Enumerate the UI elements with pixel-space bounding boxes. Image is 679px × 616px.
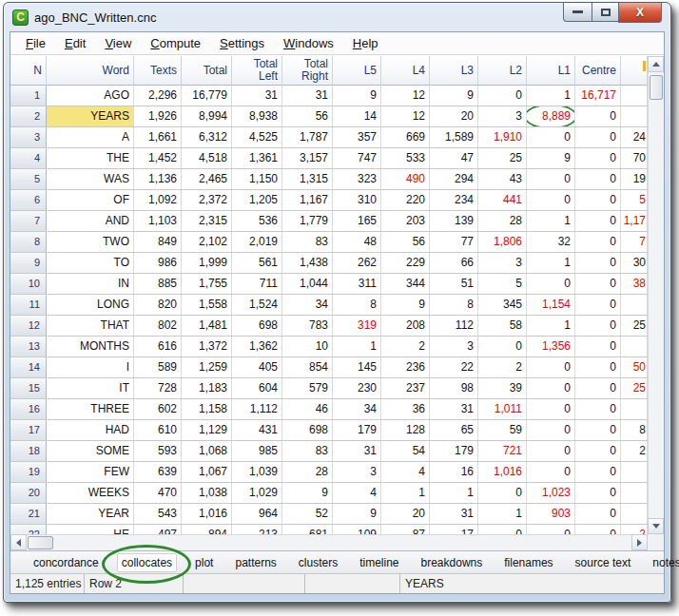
maximize-button[interactable] xyxy=(592,3,618,22)
cell-word[interactable]: OF xyxy=(47,190,134,210)
cell-l5[interactable]: 9 xyxy=(333,504,381,524)
cell-texts[interactable]: 728 xyxy=(134,378,182,398)
cell-word[interactable]: IN xyxy=(47,274,134,294)
minimize-button[interactable] xyxy=(563,3,592,22)
cell-l1[interactable]: 1 xyxy=(527,253,575,273)
column-header-r1[interactable] xyxy=(621,56,648,86)
cell-l4[interactable]: 208 xyxy=(381,316,430,336)
cell-total-right[interactable]: 1,167 xyxy=(282,190,333,210)
cell-row-number[interactable]: 4 xyxy=(10,148,47,168)
cell-word[interactable]: FEW xyxy=(47,462,134,482)
horizontal-scrollbar[interactable] xyxy=(10,534,648,550)
cell-l2[interactable]: 43 xyxy=(478,169,527,189)
cell-row-number[interactable]: 9 xyxy=(10,253,47,273)
cell-l3[interactable]: 47 xyxy=(430,148,478,168)
cell-texts[interactable]: 1,103 xyxy=(134,211,182,231)
cell-row-number[interactable]: 6 xyxy=(10,190,47,210)
cell-total-left[interactable]: 213 xyxy=(232,525,282,534)
cell-centre[interactable]: 0 xyxy=(575,462,621,482)
cell-total-left[interactable]: 1,029 xyxy=(232,483,282,503)
menu-item-help[interactable]: Help xyxy=(343,34,388,52)
vertical-scroll-thumb[interactable] xyxy=(650,75,663,100)
cell-texts[interactable]: 820 xyxy=(134,295,182,315)
column-header-n[interactable]: N xyxy=(10,56,47,86)
cell-total[interactable]: 1,067 xyxy=(182,462,232,482)
cell-total-right[interactable]: 56 xyxy=(282,106,333,126)
cell-r1[interactable] xyxy=(621,337,648,356)
cell-l1[interactable]: 0 xyxy=(527,190,575,210)
cell-row-number[interactable]: 2 xyxy=(10,106,47,126)
cell-total-right[interactable]: 83 xyxy=(282,441,333,461)
cell-word[interactable]: AGO xyxy=(47,86,134,106)
cell-total[interactable]: 1,038 xyxy=(182,483,232,503)
cell-word[interactable]: I xyxy=(47,357,134,377)
tab-collocates[interactable]: collocates xyxy=(117,553,177,572)
cell-l2[interactable]: 5 xyxy=(478,274,527,294)
cell-l2[interactable]: 1,016 xyxy=(478,462,527,482)
cell-total-right[interactable]: 52 xyxy=(282,504,333,524)
cell-row-number[interactable]: 11 xyxy=(10,295,47,315)
cell-l2[interactable]: 59 xyxy=(478,420,527,440)
cell-l4[interactable]: 344 xyxy=(381,274,430,294)
cell-l1[interactable]: 0 xyxy=(527,399,575,419)
cell-r1[interactable] xyxy=(621,106,648,126)
cell-l4[interactable]: 54 xyxy=(381,441,430,461)
cell-row-number[interactable]: 8 xyxy=(10,232,47,252)
cell-total-left[interactable]: 8,938 xyxy=(232,106,282,126)
cell-l2[interactable]: 1,806 xyxy=(478,232,527,252)
cell-total[interactable]: 2,372 xyxy=(182,190,232,210)
cell-total-right[interactable]: 46 xyxy=(282,399,333,419)
cell-r1[interactable] xyxy=(621,483,648,503)
cell-l2[interactable]: 58 xyxy=(478,316,527,336)
cell-row-number[interactable]: 20 xyxy=(10,483,47,503)
cell-l4[interactable]: 236 xyxy=(381,357,430,377)
cell-word[interactable]: THE xyxy=(47,148,134,168)
cell-total-right[interactable]: 10 xyxy=(282,337,333,356)
cell-total-right[interactable]: 1,315 xyxy=(282,169,333,189)
scroll-left-button[interactable] xyxy=(10,534,27,550)
cell-word[interactable]: MONTHS xyxy=(47,337,134,356)
cell-l2[interactable]: 721 xyxy=(478,441,527,461)
cell-l1[interactable]: 1,154 xyxy=(527,295,575,315)
cell-l1[interactable]: 903 xyxy=(527,504,575,524)
cell-l1[interactable]: 1 xyxy=(527,211,575,231)
cell-word[interactable]: TWO xyxy=(47,232,134,252)
cell-l4[interactable]: 1 xyxy=(381,483,430,503)
cell-l3[interactable]: 16 xyxy=(430,462,478,482)
close-button[interactable]: X xyxy=(618,3,662,23)
cell-total-left[interactable]: 536 xyxy=(232,211,282,231)
cell-l5[interactable]: 14 xyxy=(333,106,381,126)
cell-total-right[interactable]: 1,044 xyxy=(282,274,333,294)
cell-total[interactable]: 1,016 xyxy=(182,504,232,524)
cell-total[interactable]: 1,372 xyxy=(182,337,232,356)
cell-centre[interactable]: 0 xyxy=(575,483,621,503)
cell-l1[interactable]: 1 xyxy=(527,86,575,106)
cell-l3[interactable]: 51 xyxy=(430,274,478,294)
cell-row-number[interactable]: 21 xyxy=(10,504,47,524)
cell-r1[interactable]: 5 xyxy=(621,190,648,210)
cell-r1[interactable] xyxy=(621,86,648,106)
column-header-total-right[interactable]: Total Right xyxy=(282,56,333,86)
cell-row-number[interactable]: 3 xyxy=(10,127,47,147)
cell-l4[interactable]: 229 xyxy=(381,253,430,273)
cell-r1[interactable]: 1,17 xyxy=(621,211,648,231)
cell-l5[interactable]: 31 xyxy=(333,441,381,461)
cell-l4[interactable]: 533 xyxy=(381,148,430,168)
cell-l3[interactable]: 294 xyxy=(430,169,478,189)
cell-l2[interactable]: 28 xyxy=(478,211,527,231)
cell-centre[interactable]: 0 xyxy=(575,253,621,273)
cell-total-left[interactable]: 4,525 xyxy=(232,127,282,147)
cell-centre[interactable]: 0 xyxy=(575,190,621,210)
cell-total-right[interactable]: 681 xyxy=(282,525,333,534)
cell-r1[interactable]: 25 xyxy=(621,316,648,336)
cell-texts[interactable]: 639 xyxy=(134,462,182,482)
cell-total-left[interactable]: 1,361 xyxy=(232,148,282,168)
cell-centre[interactable]: 0 xyxy=(575,211,621,231)
cell-l1[interactable]: 0 xyxy=(527,127,575,147)
cell-total-left[interactable]: 31 xyxy=(232,86,282,106)
cell-total-left[interactable]: 711 xyxy=(232,274,282,294)
title-bar[interactable]: C ago_BNC_Written.cnc X xyxy=(4,3,670,31)
cell-word[interactable]: YEAR xyxy=(47,504,134,524)
cell-row-number[interactable]: 15 xyxy=(10,378,47,398)
cell-r1[interactable]: 2 xyxy=(621,525,648,534)
